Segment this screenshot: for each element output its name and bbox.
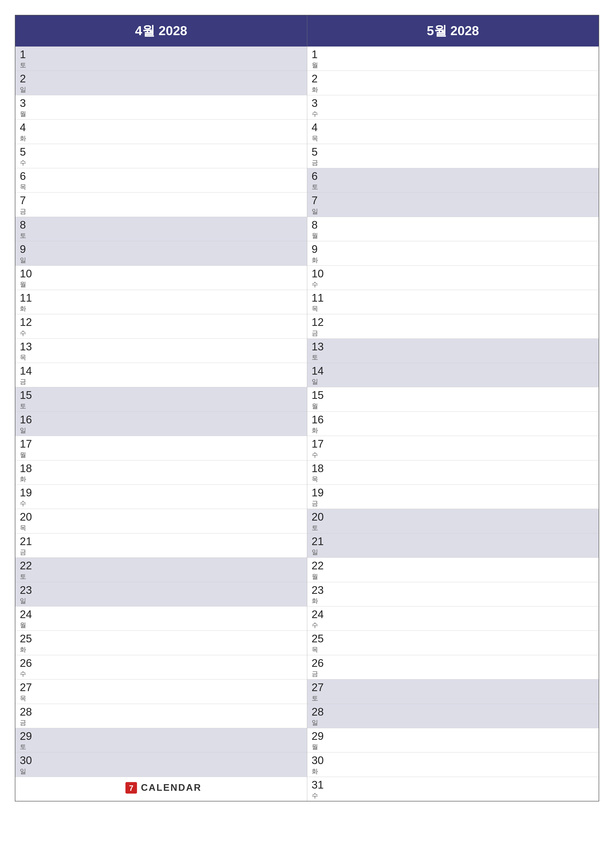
day-number: 5 — [312, 146, 318, 158]
day-number-col: 6 목 — [16, 168, 43, 192]
day-number: 25 — [20, 633, 32, 645]
day-number-col: 9 일 — [16, 241, 43, 265]
day-number: 6 — [20, 170, 26, 182]
day-name: 화 — [312, 767, 318, 776]
day-content — [334, 119, 599, 144]
day-name: 화 — [312, 85, 318, 94]
day-content — [334, 412, 599, 436]
day-number-col: 27 토 — [307, 679, 334, 704]
day-name: 일 — [312, 207, 318, 216]
day-name: 목 — [312, 475, 318, 484]
day-content — [43, 606, 307, 631]
april-day-row: 4 화 — [16, 119, 307, 144]
april-day-row: 2 일 — [16, 71, 307, 95]
day-number: 16 — [20, 414, 32, 426]
april-day-row: 27 목 — [16, 679, 307, 704]
day-number-col: 5 금 — [307, 144, 334, 168]
day-content — [43, 290, 307, 314]
day-name: 수 — [20, 158, 26, 167]
day-name: 금 — [20, 207, 26, 216]
day-number: 26 — [312, 657, 324, 669]
day-number: 24 — [20, 608, 32, 620]
april-day-row: 10 월 — [16, 266, 307, 290]
april-day-row: 21 금 — [16, 533, 307, 558]
may-day-row: 25 목 — [307, 631, 599, 655]
may-day-row: 29 월 — [307, 728, 599, 752]
day-content — [43, 266, 307, 290]
april-day-row: 3 월 — [16, 95, 307, 119]
april-day-row: 14 금 — [16, 363, 307, 387]
may-day-row: 13 토 — [307, 339, 599, 363]
day-content — [334, 558, 599, 582]
april-day-row: 30 일 — [16, 752, 307, 777]
day-content — [43, 71, 307, 95]
day-number-col: 12 금 — [307, 314, 334, 338]
day-name: 목 — [20, 694, 26, 703]
day-number: 2 — [312, 73, 318, 85]
day-number: 3 — [20, 97, 26, 109]
april-logo-text: CALENDAR — [141, 783, 202, 793]
day-number: 13 — [20, 341, 32, 353]
day-number: 21 — [20, 535, 32, 547]
day-name: 토 — [312, 353, 318, 362]
day-number: 17 — [312, 438, 324, 450]
day-number: 22 — [312, 560, 324, 572]
april-day-row: 22 토 — [16, 558, 307, 582]
day-number: 1 — [20, 48, 26, 60]
day-number: 12 — [20, 316, 32, 328]
day-number-col: 22 토 — [16, 558, 43, 582]
day-name: 일 — [20, 85, 26, 94]
day-number-col: 23 화 — [307, 582, 334, 606]
day-number-col: 1 토 — [16, 46, 43, 71]
day-content — [334, 728, 599, 752]
day-content — [43, 631, 307, 655]
april-day-row: 17 월 — [16, 436, 307, 460]
day-number-col: 8 토 — [16, 217, 43, 241]
may-column: 1 월 2 화 3 수 4 목 5 금 — [307, 46, 599, 801]
day-name: 토 — [20, 572, 26, 581]
april-day-row: 25 화 — [16, 631, 307, 655]
day-number-col: 6 토 — [307, 168, 334, 192]
day-number: 3 — [312, 97, 318, 109]
day-number: 2 — [20, 73, 26, 85]
day-number-col: 11 화 — [16, 290, 43, 314]
day-number: 29 — [312, 730, 324, 742]
day-number: 14 — [20, 365, 32, 377]
may-day-row: 24 수 — [307, 606, 599, 631]
day-number-col: 16 화 — [307, 412, 334, 436]
day-number: 7 — [312, 194, 318, 206]
day-name: 목 — [20, 183, 26, 191]
day-name: 월 — [20, 280, 26, 289]
day-number: 19 — [312, 487, 324, 499]
day-content — [334, 655, 599, 679]
day-number-col: 13 목 — [16, 339, 43, 363]
day-name: 토 — [312, 183, 318, 191]
april-day-row: 18 화 — [16, 460, 307, 485]
may-day-row: 22 월 — [307, 558, 599, 582]
day-content — [43, 144, 307, 168]
april-day-row: 20 목 — [16, 509, 307, 533]
day-content — [43, 168, 307, 192]
day-name: 금 — [312, 158, 318, 167]
april-day-row: 29 토 — [16, 728, 307, 752]
day-name: 화 — [20, 134, 26, 143]
day-number: 16 — [312, 414, 324, 426]
day-number-col: 29 월 — [307, 728, 334, 752]
day-name: 금 — [20, 548, 26, 556]
day-name: 수 — [20, 329, 26, 338]
day-content — [334, 314, 599, 338]
day-number-col: 15 토 — [16, 387, 43, 411]
day-number-col: 3 수 — [307, 95, 334, 119]
day-number-col: 18 화 — [16, 460, 43, 485]
day-number: 17 — [20, 438, 32, 450]
day-number: 6 — [312, 170, 318, 182]
may-day-row: 10 수 — [307, 266, 599, 290]
day-name: 토 — [312, 524, 318, 532]
april-day-row: 19 수 — [16, 485, 307, 509]
day-number-col: 3 월 — [16, 95, 43, 119]
day-content — [43, 533, 307, 558]
day-number: 15 — [20, 389, 32, 401]
may-day-row: 5 금 — [307, 144, 599, 168]
day-name: 토 — [312, 694, 318, 703]
may-day-row: 3 수 — [307, 95, 599, 119]
